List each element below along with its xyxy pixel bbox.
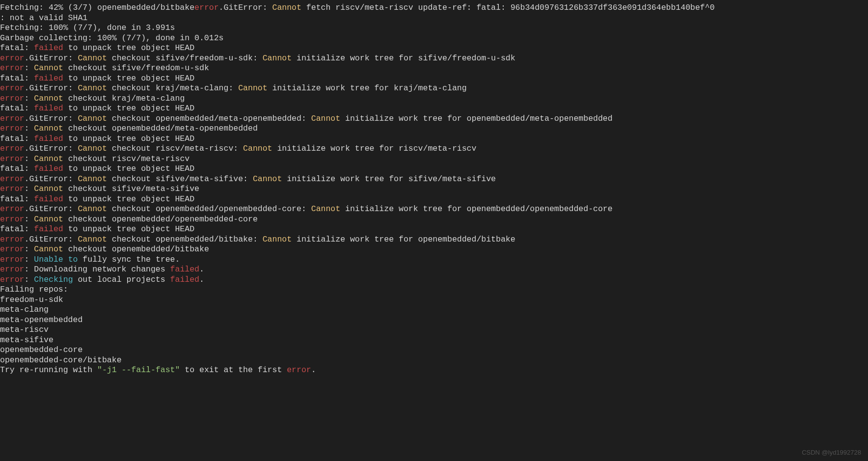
terminal-text-segment: Cannot: [34, 215, 63, 224]
terminal-text-segment: checkout sifive/meta-sifive:: [107, 174, 253, 184]
terminal-text-segment: Fetching: 42% (3/7) openembedded/bitbake: [0, 3, 194, 12]
terminal-text-segment: :: [25, 94, 34, 103]
terminal-text-segment: Cannot: [263, 54, 292, 63]
terminal-line: fatal: failed to unpack tree object HEAD: [0, 104, 868, 114]
terminal-text-segment: Cannot: [78, 235, 107, 244]
terminal-text-segment: checkout openembedded/bitbake: [63, 244, 209, 254]
terminal-text-segment: failed: [34, 224, 63, 234]
terminal-text-segment: openembedded-core: [0, 345, 82, 354]
terminal-text-segment: Cannot: [78, 174, 107, 184]
terminal-line: error: Cannot checkout openembedded/open…: [0, 215, 868, 225]
terminal-text-segment: Cannot: [78, 144, 107, 153]
terminal-text-segment: error: [0, 244, 25, 254]
terminal-line: meta-clang: [0, 305, 868, 315]
terminal-text-segment: initialize work tree for sifive/freedom-…: [292, 54, 515, 63]
terminal-text-segment: fully sync the tree.: [78, 255, 180, 264]
terminal-text-segment: freedom-u-sdk: [0, 295, 63, 304]
terminal-line: openembedded-core: [0, 345, 868, 355]
terminal-text-segment: .: [199, 265, 204, 274]
terminal-text-segment: error: [0, 63, 25, 73]
terminal-line: error: Checking out local projects faile…: [0, 275, 868, 285]
terminal-text-segment: meta-riscv: [0, 325, 49, 334]
terminal-line: error: Downloading network changes faile…: [0, 265, 868, 275]
terminal-text-segment: checkout sifive/freedom-u-sdk: [63, 63, 209, 73]
terminal-line: meta-sifive: [0, 335, 868, 346]
terminal-text-segment: Cannot: [78, 83, 107, 93]
terminal-text-segment: Cannot: [34, 244, 63, 254]
terminal-text-segment: error: [0, 235, 25, 244]
terminal-line: error: Cannot checkout sifive/freedom-u-…: [0, 63, 868, 74]
terminal-text-segment: checkout sifive/meta-sifive: [63, 184, 199, 193]
terminal-text-segment: Fetching: 100% (7/7), done in 3.991s: [0, 23, 175, 32]
terminal-text-segment: .GitError:: [25, 144, 78, 153]
terminal-text-segment: error: [194, 3, 219, 12]
terminal-text-segment: fatal:: [0, 134, 34, 143]
terminal-text-segment: error: [287, 365, 311, 375]
terminal-text-segment: :: [25, 255, 34, 264]
terminal-text-segment: :: [25, 275, 34, 284]
terminal-text-segment: .GitError:: [25, 235, 78, 244]
terminal-line: fatal: failed to unpack tree object HEAD: [0, 164, 868, 174]
terminal-text-segment: to unpack tree object HEAD: [63, 224, 194, 234]
terminal-output[interactable]: Fetching: 42% (3/7) openembedded/bitbake…: [0, 0, 868, 376]
terminal-line: error: Cannot checkout openembedded/meta…: [0, 124, 868, 134]
terminal-text-segment: "-j1 --fail-fast": [97, 365, 180, 375]
terminal-text-segment: error: [0, 144, 25, 153]
terminal-text-segment: fatal:: [0, 164, 34, 173]
terminal-line: Failing repos:: [0, 285, 868, 295]
terminal-text-segment: : not a valid SHA1: [0, 13, 87, 23]
terminal-text-segment: Unable to: [34, 255, 78, 264]
terminal-text-segment: :: [25, 124, 34, 133]
terminal-text-segment: Cannot: [78, 204, 107, 214]
terminal-text-segment: .GitError:: [25, 174, 78, 184]
terminal-text-segment: error: [0, 204, 25, 214]
terminal-text-segment: failed: [34, 74, 63, 83]
terminal-text-segment: initialize work tree for riscv/meta-risc…: [272, 144, 477, 153]
terminal-text-segment: checkout openembedded/openembedded-core: [63, 215, 258, 224]
terminal-text-segment: checkout kraj/meta-clang: [63, 94, 185, 103]
terminal-text-segment: :: [25, 244, 34, 254]
terminal-text-segment: Cannot: [78, 114, 107, 123]
terminal-line: fatal: failed to unpack tree object HEAD: [0, 224, 868, 235]
terminal-text-segment: meta-openembedded: [0, 315, 82, 325]
terminal-text-segment: checkout sifive/freedom-u-sdk:: [107, 54, 263, 63]
terminal-text-segment: initialize work tree for openembedded/bi…: [292, 235, 515, 244]
terminal-text-segment: :: [25, 154, 34, 163]
terminal-line: freedom-u-sdk: [0, 295, 868, 305]
terminal-text-segment: initialize work tree for openembedded/me…: [340, 114, 613, 123]
terminal-text-segment: fatal:: [0, 194, 34, 204]
terminal-text-segment: failed: [170, 275, 199, 284]
terminal-text-segment: Cannot: [311, 204, 340, 214]
terminal-text-segment: error: [0, 94, 25, 103]
terminal-text-segment: to exit at the first: [180, 365, 287, 375]
terminal-text-segment: Cannot: [272, 3, 301, 12]
terminal-text-segment: initialize work tree for openembedded/op…: [340, 204, 613, 214]
terminal-text-segment: failed: [34, 194, 63, 204]
terminal-line: openembedded-core/bitbake: [0, 355, 868, 366]
terminal-text-segment: fatal:: [0, 104, 34, 113]
terminal-text-segment: :: [25, 215, 34, 224]
terminal-text-segment: Cannot: [311, 114, 340, 123]
terminal-line: Fetching: 42% (3/7) openembedded/bitbake…: [0, 3, 868, 13]
terminal-text-segment: fatal:: [0, 43, 34, 53]
terminal-text-segment: failed: [34, 43, 63, 53]
terminal-text-segment: error: [0, 184, 25, 193]
terminal-text-segment: Cannot: [263, 235, 292, 244]
terminal-text-segment: : Downloading network changes: [25, 265, 170, 274]
terminal-line: error: Unable to fully sync the tree.: [0, 255, 868, 265]
terminal-line: meta-riscv: [0, 325, 868, 335]
terminal-text-segment: meta-sifive: [0, 335, 54, 345]
terminal-text-segment: .GitError:: [25, 54, 78, 63]
terminal-text-segment: error: [0, 174, 25, 184]
terminal-line: error.GitError: Cannot checkout sifive/m…: [0, 174, 868, 185]
terminal-text-segment: Checking: [34, 275, 73, 284]
terminal-text-segment: to unpack tree object HEAD: [63, 104, 194, 113]
terminal-text-segment: out local projects: [73, 275, 170, 284]
terminal-text-segment: .GitError:: [25, 204, 78, 214]
terminal-line: fatal: failed to unpack tree object HEAD: [0, 134, 868, 144]
terminal-line: fatal: failed to unpack tree object HEAD: [0, 194, 868, 205]
terminal-text-segment: Cannot: [78, 54, 107, 63]
terminal-text-segment: fatal:: [0, 74, 34, 83]
terminal-text-segment: fatal:: [0, 224, 34, 234]
terminal-text-segment: Cannot: [34, 94, 63, 103]
